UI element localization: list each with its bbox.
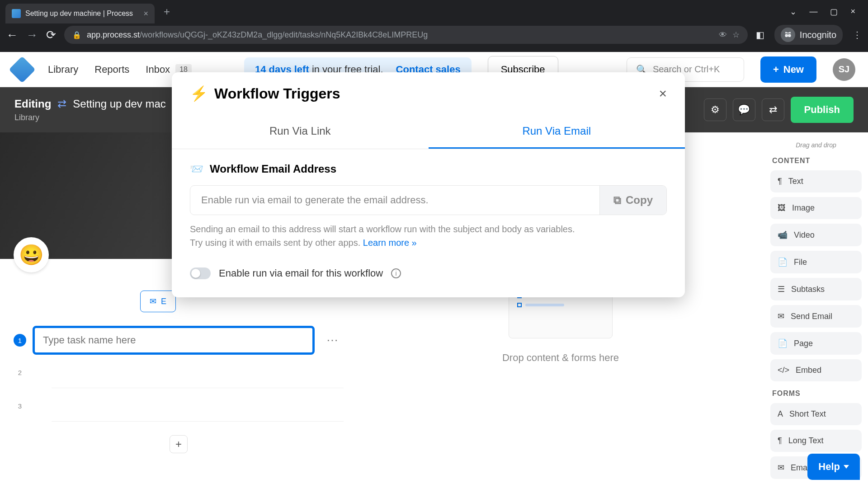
close-tab-icon[interactable]: × — [143, 9, 148, 19]
bolt-icon: ⚡ — [190, 85, 208, 102]
task-number: 1 — [14, 334, 26, 347]
star-icon[interactable]: ☆ — [732, 30, 740, 40]
image-icon: 🖼 — [778, 203, 786, 213]
dropdown-icon[interactable]: ⌄ — [790, 7, 797, 17]
text-icon: ¶ — [778, 177, 782, 186]
url-field[interactable]: 🔒 app.process.st/workflows/uQGGj-_oKZ43z… — [64, 26, 748, 44]
copy-label: Copy — [626, 194, 653, 206]
info-icon[interactable]: i — [391, 268, 401, 278]
incognito-badge[interactable]: Incognito — [774, 25, 843, 45]
add-task-button[interactable]: + — [170, 435, 188, 453]
toggle-label: Enable run via email for this workflow — [219, 267, 383, 279]
task-name-input[interactable] — [43, 334, 304, 346]
task-row-3[interactable]: 3 — [14, 390, 344, 422]
workflow-emoji[interactable]: 😀 — [14, 237, 49, 272]
modal-tabs: Run Via Link Run Via Email — [172, 115, 685, 149]
close-modal-button[interactable]: × — [659, 86, 667, 101]
widget-file[interactable]: 📄File — [770, 251, 862, 273]
email-address-field: Enable run via email to generate the ema… — [190, 186, 599, 215]
browser-chrome: Setting up dev machine | Process × + ⌄ —… — [0, 0, 868, 52]
help-button[interactable]: Help — [807, 454, 860, 480]
page-icon: 📄 — [778, 338, 788, 348]
file-icon: 📄 — [778, 257, 788, 267]
incognito-label: Incognito — [800, 30, 836, 40]
comments-button[interactable]: 💬 — [733, 99, 755, 121]
list-icon: ☰ — [778, 284, 785, 294]
new-button[interactable]: + New — [760, 56, 816, 83]
plus-icon: + — [773, 64, 779, 75]
user-avatar[interactable]: SJ — [833, 58, 855, 81]
help-label: Help — [818, 461, 840, 473]
toggle-row: Enable run via email for this workflow i — [190, 267, 667, 279]
widgets-panel: Drag and drop CONTENT ¶Text 🖼Image 📹Vide… — [764, 132, 868, 488]
widget-page[interactable]: 📄Page — [770, 332, 862, 355]
dropzone-text: Drop content & forms here — [502, 352, 619, 364]
lock-icon: 🔒 — [72, 31, 81, 39]
forms-heading: FORMS — [772, 389, 862, 398]
window-controls: ⌄ — ▢ × — [790, 7, 863, 17]
widget-embed[interactable]: </>Embed — [770, 359, 862, 381]
app-logo[interactable] — [9, 56, 35, 83]
task-row-2[interactable]: 2 — [14, 357, 344, 388]
url-text: app.process.st/workflows/uQGGj-_oKZ43zDM… — [87, 30, 713, 40]
learn-more-link[interactable]: Learn more » — [363, 238, 417, 248]
panel-hint: Drag and drop — [770, 141, 862, 149]
publish-button[interactable]: Publish — [791, 97, 854, 123]
shuffle-button[interactable]: ⇄ — [762, 99, 784, 121]
modal-body: 📨 Workflow Email Address Enable run via … — [172, 149, 685, 297]
omnibox-icons: ◧ Incognito ⋮ — [756, 25, 862, 45]
task-number: 2 — [14, 366, 26, 379]
envelope-icon: ✉ — [778, 311, 784, 321]
task-row-1: 1 ⋯ — [14, 326, 344, 355]
enable-email-toggle[interactable] — [190, 267, 211, 279]
widget-long-text[interactable]: ¶Long Text — [770, 430, 862, 452]
workflow-name[interactable]: Setting up dev mac — [73, 98, 165, 110]
widget-text[interactable]: ¶Text — [770, 170, 862, 192]
copy-icon: ⧉ — [613, 194, 621, 206]
inbox-icon: 📨 — [190, 163, 203, 175]
menu-icon[interactable]: ⋮ — [853, 29, 862, 40]
reload-icon[interactable]: ⟳ — [46, 28, 56, 42]
long-text-icon: ¶ — [778, 436, 782, 446]
back-icon[interactable]: ← — [6, 28, 18, 42]
nav-inbox[interactable]: Inbox — [146, 64, 170, 75]
helper-text: Sending an email to this address will st… — [190, 222, 667, 249]
eye-off-icon[interactable]: 👁 — [719, 30, 727, 40]
new-tab-button[interactable]: + — [164, 5, 170, 18]
content-heading: CONTENT — [772, 157, 862, 165]
widget-image[interactable]: 🖼Image — [770, 197, 862, 219]
widget-short-text[interactable]: AShort Text — [770, 403, 862, 425]
svg-point-0 — [785, 34, 788, 37]
address-bar: ← → ⟳ 🔒 app.process.st/workflows/uQGGj-_… — [0, 23, 868, 46]
new-label: New — [783, 64, 804, 75]
minimize-icon[interactable]: — — [809, 7, 817, 17]
maximize-icon[interactable]: ▢ — [830, 7, 838, 17]
forward-icon[interactable]: → — [26, 28, 38, 42]
workflow-triggers-modal: ⚡ Workflow Triggers × Run Via Link Run V… — [172, 72, 685, 297]
nav-reports[interactable]: Reports — [94, 64, 129, 75]
incognito-icon — [781, 28, 795, 42]
gear-icon: ⚙ — [711, 104, 720, 116]
task-input-wrap[interactable] — [33, 326, 315, 355]
browser-tab[interactable]: Setting up dev machine | Process × — [5, 4, 155, 23]
tab-run-via-link[interactable]: Run Via Link — [172, 115, 429, 149]
task-more-button[interactable]: ⋯ — [321, 333, 344, 347]
copy-button[interactable]: ⧉ Copy — [599, 186, 666, 215]
envelope-icon: ✉ — [150, 296, 156, 306]
tab-run-via-email[interactable]: Run Via Email — [429, 115, 685, 149]
nav-library[interactable]: Library — [48, 64, 78, 75]
widget-send-email[interactable]: ✉Send Email — [770, 305, 862, 328]
chat-icon: 💬 — [738, 104, 750, 116]
breadcrumb[interactable]: Library — [14, 113, 166, 122]
code-icon: </> — [778, 366, 789, 375]
tab-title: Setting up dev machine | Process — [25, 9, 133, 18]
extensions-icon[interactable]: ◧ — [756, 29, 764, 40]
tab-bar: Setting up dev machine | Process × + ⌄ —… — [0, 0, 868, 23]
widget-subtasks[interactable]: ☰Subtasks — [770, 278, 862, 300]
email-run-button[interactable]: ✉E — [140, 291, 176, 312]
svg-point-1 — [788, 34, 791, 37]
shuffle-icon: ⇄ — [769, 104, 777, 116]
settings-button[interactable]: ⚙ — [704, 99, 726, 121]
widget-video[interactable]: 📹Video — [770, 224, 862, 246]
close-window-icon[interactable]: × — [850, 7, 855, 17]
